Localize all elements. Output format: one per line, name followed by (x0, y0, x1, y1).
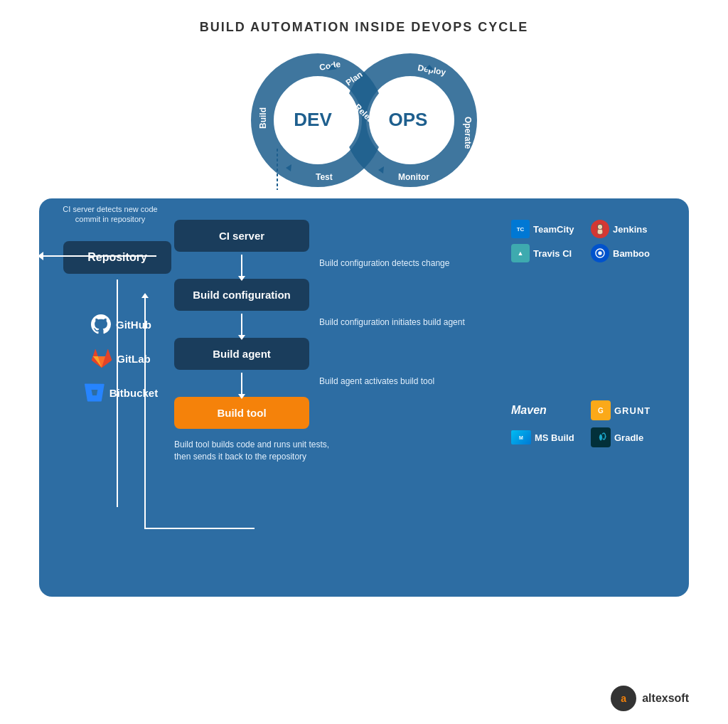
travis-logo: ▲ Travis CI (511, 244, 588, 262)
ci-server-box: CI server (174, 220, 309, 252)
gradle-icon (591, 427, 611, 447)
page-root: BUILD AUTOMATION INSIDE DEVOPS CYCLE DEV… (0, 0, 728, 597)
footer: a altexsoft (611, 686, 689, 711)
teamcity-label: TeamCity (533, 224, 574, 235)
svg-point-19 (597, 224, 603, 230)
bitbucket-logo: Bitbucket (84, 382, 158, 403)
build-tool-box: Build tool (174, 397, 309, 429)
build-config-box: Build configuration (174, 279, 309, 311)
svg-point-20 (598, 251, 601, 255)
build-config-annotation: Build configuration detects change (319, 257, 449, 270)
travis-icon: ▲ (511, 244, 530, 262)
build-agent-box: Build agent (174, 338, 309, 370)
flow-area: Repository GitHub (60, 220, 668, 464)
build-agent-label: Build agent (213, 348, 271, 360)
teamcity-icon: TC (511, 220, 530, 238)
jenkins-icon (591, 220, 609, 238)
svg-text:Monitor: Monitor (398, 172, 429, 182)
svg-text:DEV: DEV (294, 109, 332, 130)
jenkins-label: Jenkins (613, 224, 647, 235)
infinity-diagram: DEV OPS Code Plan Build Test Release Mon… (0, 42, 728, 198)
bamboo-label: Bamboo (613, 248, 650, 259)
build-tool-annotation: Build agent activates build tool (319, 376, 434, 388)
ci-logos-grid: TC TeamCity Jenkins (511, 220, 668, 262)
maven-label: Maven (511, 404, 547, 417)
grunt-icon: G (591, 400, 611, 420)
msbuild-logo: M MS Build (511, 430, 588, 444)
svg-text:Build: Build (258, 107, 268, 129)
ci-server-label: CI server (219, 230, 264, 242)
build-result-annotation: Build tool builds code and runs unit tes… (174, 439, 345, 463)
github-icon (90, 314, 112, 335)
teamcity-logo: TC TeamCity (511, 220, 588, 238)
ci-to-repo-annotation: CI server detects new code commit in rep… (63, 205, 157, 223)
altexsoft-label: altexsoft (642, 692, 689, 705)
build-agent-annotation: Build configuration initiates build agen… (319, 316, 465, 329)
infinity-svg: DEV OPS Code Plan Build Test Release Mon… (215, 49, 513, 191)
gitlab-logo: GitLab (91, 348, 151, 369)
main-panel: Repository GitHub (39, 198, 689, 597)
svg-text:OPS: OPS (389, 109, 428, 130)
travis-label: Travis CI (533, 248, 572, 259)
right-logos: TC TeamCity Jenkins (511, 220, 668, 447)
altexsoft-logo: a altexsoft (611, 686, 689, 711)
gradle-logo: Gradle (591, 427, 668, 447)
github-label: GitHub (116, 319, 151, 331)
msbuild-label: MS Build (535, 432, 574, 443)
page-title: BUILD AUTOMATION INSIDE DEVOPS CYCLE (0, 0, 728, 35)
grunt-logo: G GRUNT (591, 400, 668, 420)
build-tool-label: Build tool (217, 407, 266, 419)
build-config-label: Build configuration (193, 289, 290, 301)
gradle-label: Gradle (614, 432, 643, 443)
jenkins-logo: Jenkins (591, 220, 668, 238)
build-tool-logos-grid: Maven G GRUNT M MS Build (511, 400, 668, 447)
bitbucket-icon (84, 382, 105, 403)
grunt-label: GRUNT (614, 405, 651, 416)
svg-text:Test: Test (316, 172, 333, 182)
left-connector-line (144, 298, 146, 529)
github-logo: GitHub (90, 314, 151, 335)
gitlab-icon (91, 348, 112, 369)
center-flow: CI server detects new code commit in rep… (174, 220, 511, 464)
bamboo-logo: Bamboo (591, 244, 668, 262)
bamboo-icon (591, 244, 609, 262)
maven-logo: Maven (511, 404, 588, 417)
msbuild-icon: M (511, 430, 531, 444)
altexsoft-icon: a (611, 686, 636, 711)
svg-text:Operate: Operate (463, 117, 473, 149)
